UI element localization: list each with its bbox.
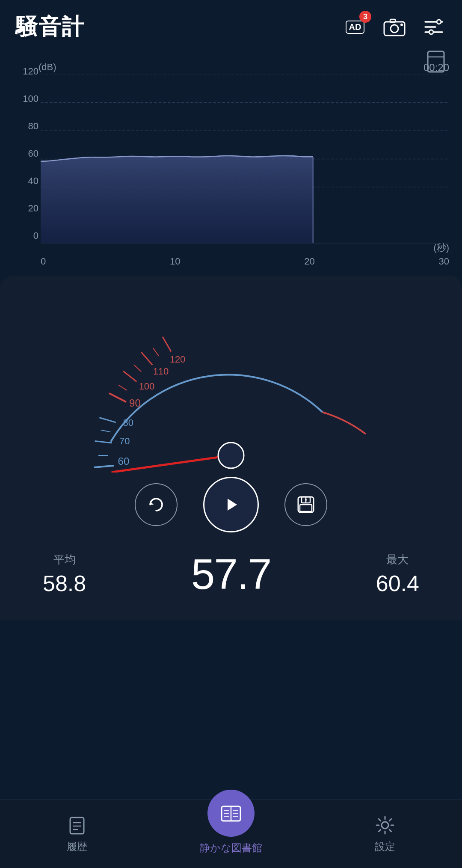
- svg-line-29: [94, 466, 114, 467]
- svg-rect-59: [300, 505, 312, 511]
- chart-seconds-label: (秒): [433, 241, 449, 254]
- chart-time-label: 00:20: [424, 62, 449, 74]
- svg-line-46: [141, 352, 152, 365]
- svg-text:120: 120: [170, 354, 186, 365]
- svg-text:60: 60: [118, 455, 130, 467]
- svg-point-1: [391, 25, 398, 33]
- current-stat: 57.7: [191, 550, 271, 599]
- save-button[interactable]: [284, 483, 327, 526]
- svg-text:110: 110: [153, 366, 169, 377]
- ad-button[interactable]: AD 3: [342, 14, 368, 40]
- settings-icon: [375, 815, 395, 835]
- needle: [112, 452, 235, 473]
- filter-button[interactable]: [421, 14, 447, 40]
- svg-line-48: [163, 337, 171, 352]
- bottom-nav: 履歴 静かな図書館 設定: [0, 800, 462, 868]
- chart-svg: [41, 74, 449, 244]
- chart-x-labels: 0 10 20 30: [41, 256, 449, 267]
- svg-line-44: [123, 371, 137, 382]
- svg-line-42: [109, 393, 126, 402]
- svg-line-52: [153, 348, 159, 356]
- filter-icon: [423, 18, 445, 36]
- book-icon: [220, 804, 242, 823]
- svg-marker-56: [228, 499, 237, 511]
- history-icon: [67, 815, 87, 835]
- play-icon: [222, 495, 240, 514]
- play-button[interactable]: [203, 477, 259, 532]
- svg-line-51: [134, 365, 141, 372]
- svg-point-3: [400, 24, 403, 26]
- camera-icon: [383, 18, 406, 36]
- max-value: 60.4: [376, 571, 419, 596]
- chart-inner: (dB) 00:20 120 100 80 60 40 20 0: [9, 53, 449, 267]
- ad-icon: AD: [346, 21, 365, 34]
- stats-row: 平均 58.8 57.7 最大 60.4: [9, 541, 453, 607]
- current-value: 57.7: [191, 550, 271, 599]
- chart-y-labels: 120 100 80 60 40 20 0: [9, 66, 38, 241]
- chart-db-label: (dB): [38, 62, 56, 73]
- gauge-svg: 10 20 30 40 50: [60, 293, 402, 473]
- svg-line-41: [101, 430, 111, 432]
- reset-button[interactable]: [135, 483, 178, 526]
- header-icons: AD 3: [342, 14, 447, 40]
- settings-label: 設定: [375, 840, 395, 853]
- meter-gauge: 10 20 30 40 50: [60, 293, 402, 473]
- svg-line-53: [113, 455, 231, 472]
- svg-line-50: [118, 385, 127, 390]
- chart-plot-area: [41, 74, 449, 244]
- nav-history[interactable]: 履歴: [0, 815, 154, 853]
- meter-panel: 10 20 30 40 50: [0, 276, 462, 620]
- gauge-hub: [218, 443, 244, 468]
- max-stat: 最大 60.4: [376, 552, 419, 596]
- meter-controls: [135, 477, 327, 532]
- reset-icon: [147, 495, 166, 514]
- app-header: 騒音計 AD 3: [0, 0, 462, 49]
- svg-line-33: [99, 418, 116, 422]
- svg-rect-2: [390, 19, 395, 22]
- chart-container: (dB) 00:20 120 100 80 60 40 20 0: [0, 49, 462, 271]
- svg-text:80: 80: [123, 417, 133, 428]
- nav-settings[interactable]: 設定: [308, 815, 462, 853]
- camera-button[interactable]: [382, 14, 407, 40]
- svg-text:70: 70: [119, 436, 130, 446]
- avg-value: 58.8: [43, 571, 86, 596]
- svg-point-74: [382, 822, 388, 829]
- max-label: 最大: [386, 552, 409, 567]
- svg-text:90: 90: [129, 397, 141, 409]
- svg-point-8: [429, 30, 433, 34]
- history-label: 履歴: [67, 840, 87, 853]
- svg-point-7: [437, 20, 441, 24]
- ad-badge: 3: [359, 11, 371, 23]
- library-active-icon: [207, 790, 255, 837]
- save-icon: [296, 495, 315, 514]
- avg-label: 平均: [53, 552, 76, 567]
- avg-stat: 平均 58.8: [43, 552, 86, 596]
- svg-line-31: [95, 441, 112, 443]
- svg-text:100: 100: [139, 381, 155, 392]
- nav-library[interactable]: 静かな図書館: [154, 813, 308, 855]
- app-title: 騒音計: [15, 12, 85, 42]
- library-label: 静かな図書館: [200, 841, 262, 855]
- svg-point-61: [305, 499, 307, 501]
